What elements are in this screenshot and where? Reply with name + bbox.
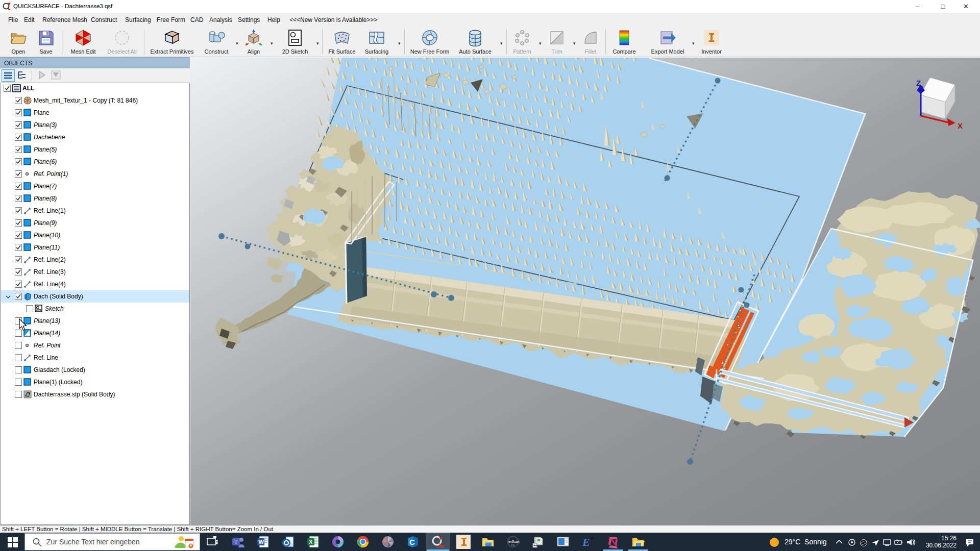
svg-text:exScan: exScan	[508, 540, 520, 543]
svg-text:E: E	[582, 536, 590, 548]
svg-text:C: C	[409, 538, 415, 546]
svg-text:T: T	[234, 539, 238, 545]
svg-text:Z: Z	[916, 79, 921, 87]
svg-text:Pro: Pro	[511, 544, 515, 546]
svg-text:W: W	[259, 539, 264, 545]
svg-text:X: X	[309, 539, 313, 545]
svg-text:2022: 2022	[437, 545, 445, 548]
svg-text:X: X	[958, 121, 963, 130]
